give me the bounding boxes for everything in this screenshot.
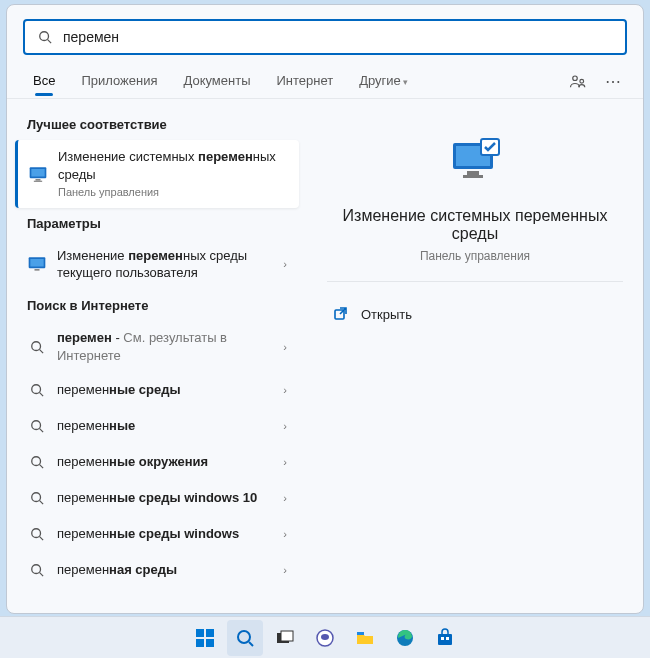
web-result[interactable]: переменные окружения› xyxy=(15,444,299,480)
section-settings: Параметры xyxy=(15,208,299,239)
svg-point-23 xyxy=(32,565,41,574)
search-row xyxy=(7,5,643,65)
taskbar-chat-button[interactable] xyxy=(307,620,343,656)
search-icon xyxy=(27,560,47,580)
taskbar-explorer-button[interactable] xyxy=(347,620,383,656)
svg-line-22 xyxy=(40,537,44,541)
preview-pane: Изменение системных переменных среды Пан… xyxy=(307,99,643,613)
search-icon xyxy=(27,380,47,400)
svg-point-3 xyxy=(580,79,584,83)
tab-more[interactable]: Другие▾ xyxy=(349,65,418,98)
svg-point-11 xyxy=(32,341,41,350)
settings-result[interactable]: Изменение переменных среды текущего поль… xyxy=(15,239,299,290)
chevron-right-icon: › xyxy=(283,492,287,504)
svg-point-19 xyxy=(32,493,41,502)
preview-monitor-check-icon xyxy=(447,133,503,189)
svg-point-21 xyxy=(32,529,41,538)
svg-rect-40 xyxy=(357,632,364,635)
search-icon xyxy=(27,416,47,436)
search-icon xyxy=(35,27,55,47)
svg-line-12 xyxy=(40,349,44,353)
svg-point-17 xyxy=(32,457,41,466)
preview-subtitle: Панель управления xyxy=(420,249,530,263)
svg-point-2 xyxy=(573,76,578,81)
web-result[interactable]: переменные среды› xyxy=(15,372,299,408)
search-icon xyxy=(27,488,47,508)
taskbar xyxy=(0,616,650,658)
svg-point-15 xyxy=(32,421,41,430)
svg-line-18 xyxy=(40,465,44,469)
web-result[interactable]: переменные среды windows 10› xyxy=(15,480,299,516)
svg-rect-42 xyxy=(438,634,452,645)
monitor-icon xyxy=(28,164,48,184)
svg-line-16 xyxy=(40,429,44,433)
chevron-down-icon: ▾ xyxy=(403,77,408,87)
search-box[interactable] xyxy=(23,19,627,55)
web-result[interactable]: переменные› xyxy=(15,408,299,444)
svg-line-1 xyxy=(48,40,52,44)
svg-line-20 xyxy=(40,501,44,505)
web-result[interactable]: переменные среды windows› xyxy=(15,516,299,552)
filter-tabs: Все Приложения Документы Интернет Другие… xyxy=(7,65,643,98)
svg-rect-10 xyxy=(35,269,40,271)
section-web-search: Поиск в Интернете xyxy=(15,290,299,321)
best-match-result[interactable]: Изменение системных переменных среды Пан… xyxy=(15,140,299,208)
svg-point-13 xyxy=(32,385,41,394)
more-options-icon[interactable]: ⋯ xyxy=(599,66,627,97)
search-panel: Все Приложения Документы Интернет Другие… xyxy=(6,4,644,614)
tab-documents[interactable]: Документы xyxy=(173,65,260,98)
svg-point-35 xyxy=(238,631,250,643)
account-icon[interactable] xyxy=(563,67,593,97)
svg-rect-27 xyxy=(467,171,479,175)
taskbar-search-button[interactable] xyxy=(227,620,263,656)
chevron-right-icon: › xyxy=(283,420,287,432)
tab-apps[interactable]: Приложения xyxy=(71,65,167,98)
web-result[interactable]: перемен - См. результаты в Интернете› xyxy=(15,321,299,372)
search-icon xyxy=(27,452,47,472)
svg-rect-5 xyxy=(31,169,44,177)
results-list: Лучшее соответствие Изменение системных … xyxy=(7,99,307,613)
start-button[interactable] xyxy=(187,620,223,656)
tab-internet[interactable]: Интернет xyxy=(266,65,343,98)
open-icon xyxy=(331,304,351,324)
search-input[interactable] xyxy=(63,29,615,45)
chevron-right-icon: › xyxy=(283,564,287,576)
search-icon xyxy=(27,524,47,544)
svg-rect-44 xyxy=(446,637,449,640)
web-result[interactable]: переменная среды› xyxy=(15,552,299,588)
svg-rect-7 xyxy=(34,181,42,182)
svg-rect-31 xyxy=(196,629,204,637)
chevron-right-icon: › xyxy=(283,528,287,540)
chevron-right-icon: › xyxy=(283,258,287,270)
section-best-match: Лучшее соответствие xyxy=(15,109,299,140)
preview-title: Изменение системных переменных среды xyxy=(327,207,623,243)
monitor-icon xyxy=(27,254,47,274)
result-subtitle: Панель управления xyxy=(58,185,287,200)
svg-point-0 xyxy=(40,32,49,41)
taskbar-store-button[interactable] xyxy=(427,620,463,656)
svg-line-24 xyxy=(40,573,44,577)
svg-rect-9 xyxy=(30,259,43,267)
svg-rect-43 xyxy=(441,637,444,640)
tab-all[interactable]: Все xyxy=(23,65,65,98)
svg-line-36 xyxy=(249,642,253,646)
chevron-right-icon: › xyxy=(283,456,287,468)
svg-rect-38 xyxy=(281,631,293,641)
svg-rect-34 xyxy=(206,639,214,647)
svg-rect-33 xyxy=(196,639,204,647)
svg-rect-6 xyxy=(36,179,41,181)
taskbar-edge-button[interactable] xyxy=(387,620,423,656)
search-icon xyxy=(27,337,47,357)
svg-rect-32 xyxy=(206,629,214,637)
chevron-right-icon: › xyxy=(283,384,287,396)
chevron-right-icon: › xyxy=(283,341,287,353)
open-action[interactable]: Открыть xyxy=(327,296,623,332)
taskbar-taskview-button[interactable] xyxy=(267,620,303,656)
divider xyxy=(327,281,623,282)
svg-rect-28 xyxy=(463,175,483,178)
svg-line-14 xyxy=(40,393,44,397)
